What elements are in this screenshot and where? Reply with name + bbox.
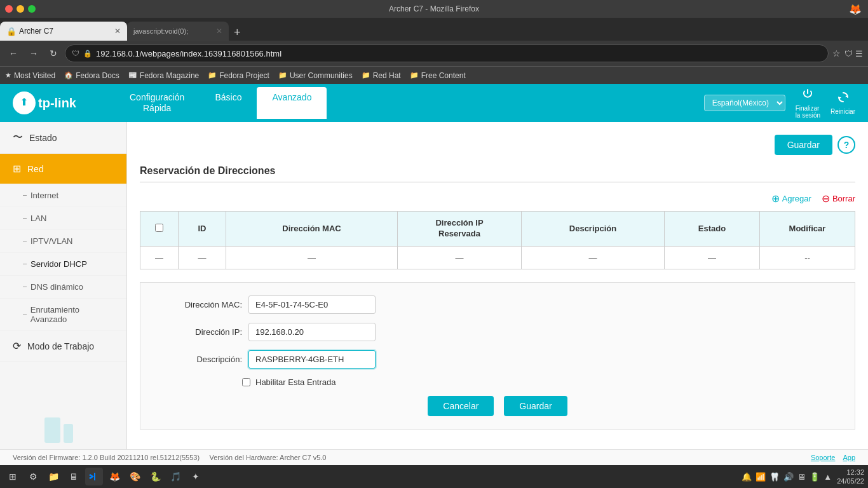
taskbar-clock: 12:32 24/05/22 xyxy=(837,468,864,486)
title-bar: Archer C7 - Mozilla Firefox 🦊 xyxy=(0,0,868,18)
delete-button[interactable]: ⊖ Borrar xyxy=(822,193,855,205)
language-selector[interactable]: Español(México) xyxy=(704,95,785,111)
bookmark-fedora-project[interactable]: 📁 Fedora Project xyxy=(208,71,269,80)
notification-icon[interactable]: 🔔 xyxy=(742,472,752,482)
taskbar-extra-button[interactable]: ✦ xyxy=(187,468,205,485)
browser-tab-active[interactable]: 🔒 Archer C7 ✕ xyxy=(0,22,127,41)
tab-favicon: 🔒 xyxy=(6,27,15,36)
taskbar-files-button[interactable]: 📁 xyxy=(44,468,62,485)
display-icon[interactable]: 🖥 xyxy=(797,472,806,482)
select-all-checkbox[interactable] xyxy=(155,224,163,232)
tab-bar: 🔒 Archer C7 ✕ javascript:void(0); ✕ + xyxy=(0,18,868,41)
row-status: — xyxy=(665,246,760,269)
help-button[interactable]: ? xyxy=(837,136,855,154)
mac-input[interactable] xyxy=(248,295,376,314)
bookmark-fedora-docs[interactable]: 🏠 Fedora Docs xyxy=(64,71,119,80)
tab-close-active[interactable]: ✕ xyxy=(114,27,121,36)
reload-button[interactable]: ↻ xyxy=(46,46,61,61)
browser-tab-inactive[interactable]: javascript:void(0); ✕ xyxy=(127,22,229,41)
restart-button[interactable]: Reiniciar xyxy=(831,91,855,115)
tab-title-inactive: javascript:void(0); xyxy=(133,27,212,35)
router-ui: tp-link ConfiguraciónRápida Básico Avanz… xyxy=(0,84,868,465)
add-label: Agregar xyxy=(782,194,811,203)
add-button[interactable]: ⊕ Agregar xyxy=(771,193,811,205)
sidebar-item-label: Modo de Trabajo xyxy=(27,341,94,351)
header-right: Español(México) Finalizarla sesión xyxy=(704,88,855,119)
taskbar-apps-button[interactable]: ⊞ xyxy=(4,468,22,485)
support-link[interactable]: Soporte xyxy=(811,454,836,461)
taskbar-music-button[interactable]: 🎵 xyxy=(166,468,184,485)
shield-verify-button[interactable]: 🛡 xyxy=(844,49,853,58)
minimize-window-button[interactable] xyxy=(17,5,24,13)
col-header-modify: Modificar xyxy=(760,212,855,247)
tab-close-inactive[interactable]: ✕ xyxy=(216,27,222,36)
enable-checkbox-row: Habilitar Esta Entrada xyxy=(242,377,836,387)
save-button-top[interactable]: Guardar xyxy=(775,135,832,155)
cancel-button[interactable]: Cancelar xyxy=(428,396,494,416)
sidebar-sub-iptv[interactable]: IPTV/VLAN xyxy=(0,230,126,253)
row-desc: — xyxy=(522,246,665,269)
sidebar-item-estado[interactable]: 〜 Estado xyxy=(0,122,126,154)
ip-input[interactable] xyxy=(248,323,376,341)
volume-icon[interactable]: 🔊 xyxy=(783,472,794,482)
nav-tabs: ConfiguraciónRápida Básico Avanzado xyxy=(114,87,704,119)
nav-tab-avanzado[interactable]: Avanzado xyxy=(257,87,327,119)
bookmark-red-hat[interactable]: 📁 Red Hat xyxy=(362,71,401,80)
router-header: tp-link ConfiguraciónRápida Básico Avanz… xyxy=(0,84,868,122)
taskbar-firefox-button[interactable]: 🦊 xyxy=(105,468,123,485)
new-tab-button[interactable]: + xyxy=(229,26,246,39)
taskbar-python-button[interactable]: 🐍 xyxy=(146,468,164,485)
bookmark-star-button[interactable]: ☆ xyxy=(832,48,841,58)
ip-label: Dirección IP: xyxy=(159,327,242,337)
sidebar-sub-lan[interactable]: LAN xyxy=(0,207,126,230)
sidebar-sub-label: LAN xyxy=(31,214,46,223)
bookmark-label: Free Content xyxy=(421,71,466,80)
nav-tab-basico[interactable]: Básico xyxy=(200,87,257,119)
sub-dash-icon xyxy=(23,287,27,287)
expand-icon[interactable]: ▲ xyxy=(824,472,832,482)
row-modify: -- xyxy=(760,246,855,269)
hamburger-menu-button[interactable]: ☰ xyxy=(855,49,863,58)
desc-input[interactable] xyxy=(248,350,376,369)
folder-icon: 📁 xyxy=(278,71,287,79)
url-box[interactable]: 🛡 🔒 192.168.0.1/webpages/index.163911680… xyxy=(65,44,829,62)
maximize-window-button[interactable] xyxy=(28,5,36,13)
save-button-form[interactable]: Guardar xyxy=(504,396,567,416)
taskbar-settings-button[interactable]: ⚙ xyxy=(24,468,42,485)
back-button[interactable]: ← xyxy=(5,46,22,61)
taskbar: ⊞ ⚙ 📁 🖥 🦊 🎨 🐍 🎵 ✦ 🔔 📶 🦷 🔊 🖥 🔋 ▲ 12:32 24… xyxy=(0,465,868,488)
sidebar-sub-dns[interactable]: DNS dinámico xyxy=(0,276,126,299)
col-header-desc: Descripción xyxy=(522,212,665,247)
bookmark-fedora-magazine[interactable]: 📰 Fedora Magazine xyxy=(128,71,199,80)
sidebar-sub-label: Servidor DHCP xyxy=(31,259,87,269)
window-controls[interactable] xyxy=(5,5,36,13)
bluetooth-icon[interactable]: 🦷 xyxy=(770,472,780,482)
bookmark-most-visited[interactable]: ★ Most Visited xyxy=(5,71,55,80)
enable-checkbox[interactable] xyxy=(242,378,250,386)
shield-icon: 🛡 xyxy=(72,49,79,58)
finalize-session-button[interactable]: Finalizarla sesión xyxy=(796,88,820,119)
taskbar-vscode-button[interactable] xyxy=(85,468,103,485)
network-icon[interactable]: 📶 xyxy=(756,472,766,482)
sidebar: 〜 Estado ⊞ Red Internet LAN IPTV/VLAN xyxy=(0,122,127,449)
bookmark-free-content[interactable]: 📁 Free Content xyxy=(410,71,466,80)
nav-tab-config-rapida[interactable]: ConfiguraciónRápida xyxy=(114,87,200,119)
bookmark-label: Most Visited xyxy=(14,71,55,80)
sidebar-sub-dhcp[interactable]: Servidor DHCP xyxy=(0,253,126,276)
row-mac: — xyxy=(226,246,398,269)
red-icon: ⊞ xyxy=(13,163,21,175)
sidebar-item-red[interactable]: ⊞ Red xyxy=(0,154,126,184)
bookmark-user-communities[interactable]: 📁 User Communities xyxy=(278,71,353,80)
col-header-mac: Dirección MAC xyxy=(226,212,398,247)
sub-dash-icon xyxy=(23,241,27,241)
sidebar-sub-label: Enrutamiento Avanzado xyxy=(31,305,114,324)
sidebar-sub-routing[interactable]: Enrutamiento Avanzado xyxy=(0,299,126,331)
battery-icon[interactable]: 🔋 xyxy=(810,472,820,482)
forward-button[interactable]: → xyxy=(25,46,42,61)
taskbar-terminal-button[interactable]: 🖥 xyxy=(65,468,83,485)
close-window-button[interactable] xyxy=(5,5,13,13)
app-link[interactable]: App xyxy=(843,454,855,461)
sidebar-sub-internet[interactable]: Internet xyxy=(0,184,126,207)
taskbar-color-button[interactable]: 🎨 xyxy=(126,468,144,485)
sidebar-item-modo[interactable]: ⟳ Modo de Trabajo xyxy=(0,331,126,362)
